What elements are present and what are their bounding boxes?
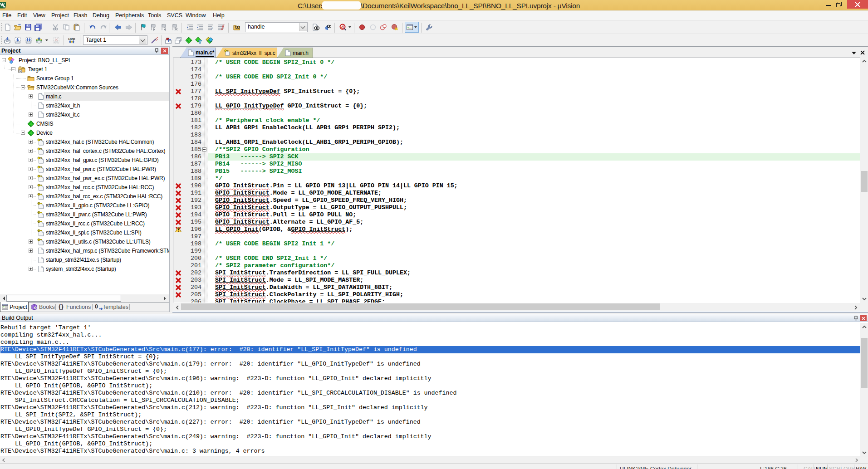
svg-text:/: / [211,26,213,31]
svg-text:LOAD: LOAD [69,38,76,40]
svg-text:d: d [341,24,344,29]
svg-text:5: 5 [4,5,5,9]
